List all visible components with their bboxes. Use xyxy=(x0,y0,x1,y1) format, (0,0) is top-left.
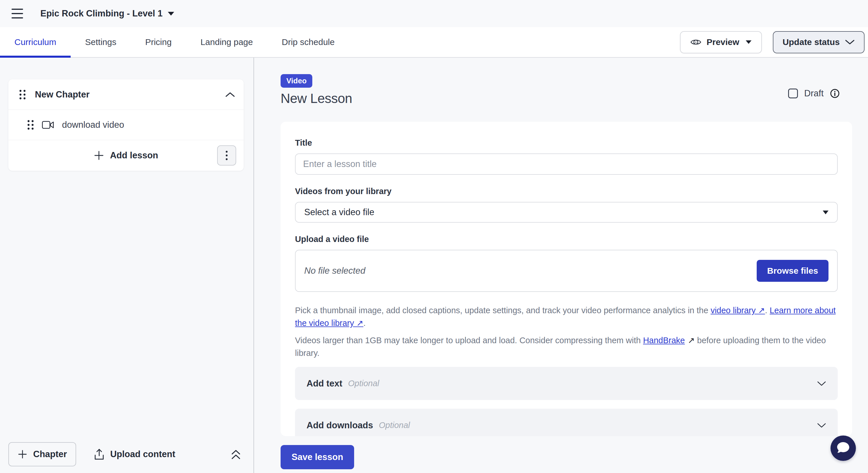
preview-button[interactable]: Preview xyxy=(680,31,762,53)
title-label: Title xyxy=(295,138,838,148)
chapter-menu-button[interactable] xyxy=(217,145,236,165)
video-camera-icon xyxy=(42,120,55,129)
add-lesson-label: Add lesson xyxy=(110,150,158,161)
video-library-link[interactable]: video library ↗ xyxy=(711,306,765,315)
tab-settings[interactable]: Settings xyxy=(71,27,131,57)
plus-icon xyxy=(18,449,27,459)
caret-down-icon xyxy=(746,40,751,44)
drag-handle-icon[interactable] xyxy=(27,119,34,131)
collapse-chapter-button[interactable] xyxy=(225,92,235,97)
add-downloads-label: Add downloads xyxy=(307,420,373,431)
topbar: Epic Rock Climbing - Level 1 xyxy=(0,0,868,27)
handbrake-link[interactable]: HandBrake xyxy=(643,336,685,345)
tab-landing-page[interactable]: Landing page xyxy=(186,27,267,57)
preview-label: Preview xyxy=(707,37,739,47)
tab-label: Drip schedule xyxy=(282,37,335,47)
chat-bubble-icon xyxy=(836,441,851,455)
chat-launcher[interactable] xyxy=(831,436,856,461)
header-actions: Preview Update status xyxy=(680,27,868,57)
sidebar-footer: Chapter Upload content xyxy=(0,442,253,473)
lesson-type-badge: Video xyxy=(281,74,312,88)
caret-down-icon xyxy=(168,12,174,15)
lesson-title: download video xyxy=(62,120,124,130)
curriculum-sidebar: New Chapter xyxy=(0,58,254,473)
chevron-down-icon xyxy=(817,381,826,386)
caret-down-icon xyxy=(823,211,829,214)
lesson-title-input[interactable] xyxy=(295,153,838,175)
tab-pricing[interactable]: Pricing xyxy=(131,27,186,57)
draft-checkbox[interactable] xyxy=(788,89,798,98)
optional-label: Optional xyxy=(348,379,379,388)
upload-label: Upload a video file xyxy=(295,234,838,244)
hamburger-menu-icon[interactable] xyxy=(11,8,24,19)
tab-label: Landing page xyxy=(200,37,253,47)
help-text: . xyxy=(363,318,366,328)
double-chevron-up-icon xyxy=(230,448,241,460)
file-upload-dropzone[interactable]: No file selected Browse files xyxy=(295,250,838,292)
add-lesson-button[interactable]: Add lesson xyxy=(92,150,160,161)
compression-help-text: Videos larger than 1GB may take longer t… xyxy=(295,334,838,359)
kebab-icon xyxy=(225,150,228,161)
update-status-button[interactable]: Update status xyxy=(773,31,865,53)
select-value: Select a video file xyxy=(304,207,374,217)
upload-content-label: Upload content xyxy=(110,449,175,460)
tabbar: Curriculum Settings Pricing Landing page… xyxy=(0,27,868,58)
main-layout: New Chapter xyxy=(0,58,868,473)
drag-handle-icon[interactable] xyxy=(19,89,26,101)
chapter-row[interactable]: New Chapter xyxy=(8,79,244,109)
chapter-title: New Chapter xyxy=(35,89,89,100)
tab-drip-schedule[interactable]: Drip schedule xyxy=(267,27,349,57)
chapter-card: New Chapter xyxy=(8,79,244,171)
app: Epic Rock Climbing - Level 1 Curriculum … xyxy=(0,0,868,473)
tab-label: Curriculum xyxy=(14,37,56,47)
collapse-all-button[interactable] xyxy=(230,448,241,460)
upload-content-button[interactable]: Upload content xyxy=(92,448,177,461)
course-switcher[interactable]: Epic Rock Climbing - Level 1 xyxy=(40,8,174,19)
help-text: . xyxy=(765,306,770,315)
add-downloads-accordion[interactable]: Add downloads Optional xyxy=(295,409,838,436)
tab-label: Settings xyxy=(85,37,116,47)
update-status-label: Update status xyxy=(783,37,840,47)
chevron-down-icon xyxy=(817,422,826,428)
add-lesson-row: Add lesson xyxy=(8,140,244,171)
library-label: Videos from your library xyxy=(295,186,838,196)
lesson-row[interactable]: download video xyxy=(8,109,244,140)
eye-icon xyxy=(690,38,701,46)
video-library-select[interactable]: Select a video file xyxy=(295,202,838,223)
add-chapter-label: Chapter xyxy=(33,449,67,460)
add-chapter-button[interactable]: Chapter xyxy=(8,442,76,466)
add-text-label: Add text xyxy=(307,378,342,389)
external-link-arrow-icon: ↗ xyxy=(688,336,695,345)
browse-files-button[interactable]: Browse files xyxy=(757,260,829,282)
info-icon[interactable] xyxy=(830,89,840,98)
draft-label: Draft xyxy=(804,88,824,99)
lesson-editor: Video Draft New Lesson Title Videos from… xyxy=(254,58,868,473)
help-text: Pick a thumbnail image, add closed capti… xyxy=(295,306,711,315)
upload-icon xyxy=(93,448,105,460)
help-text: Videos larger than 1GB may take longer t… xyxy=(295,336,643,345)
lesson-form-card: Title Videos from your library Select a … xyxy=(281,122,852,436)
course-title: Epic Rock Climbing - Level 1 xyxy=(40,8,163,19)
page-title: New Lesson xyxy=(281,91,852,106)
tab-label: Pricing xyxy=(145,37,172,47)
tabs: Curriculum Settings Pricing Landing page… xyxy=(0,27,349,57)
add-text-accordion[interactable]: Add text Optional xyxy=(295,367,838,400)
no-file-text: No file selected xyxy=(304,265,365,276)
optional-label: Optional xyxy=(379,420,410,430)
draft-toggle-group: Draft xyxy=(788,88,840,99)
save-lesson-button[interactable]: Save lesson xyxy=(281,445,354,469)
plus-icon xyxy=(94,150,104,161)
tab-curriculum[interactable]: Curriculum xyxy=(0,27,71,57)
chevron-down-icon xyxy=(845,39,855,45)
video-library-help-text: Pick a thumbnail image, add closed capti… xyxy=(295,304,838,329)
